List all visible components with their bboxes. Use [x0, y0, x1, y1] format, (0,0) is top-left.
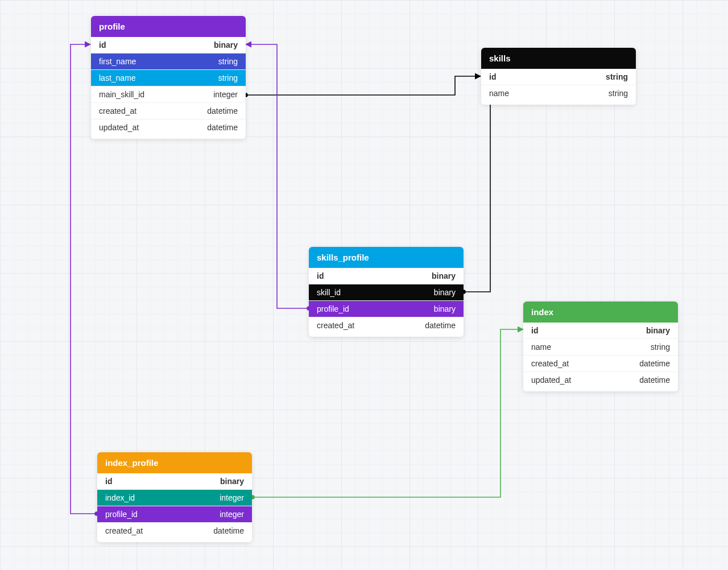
col-name: skill_id [317, 288, 341, 297]
row-index-profile-index-id[interactable]: index_id integer [97, 490, 252, 506]
col-name: updated_at [531, 375, 571, 385]
col-type: datetime [639, 375, 670, 385]
edge-skills-profile-profile-to-profile [246, 44, 309, 308]
col-type: binary [646, 326, 670, 335]
col-type: string [609, 89, 628, 98]
row-skills-name[interactable]: name string [481, 85, 636, 105]
col-type: binary [434, 304, 456, 313]
row-profile-updated-at[interactable]: updated_at datetime [91, 119, 246, 139]
col-type: string [651, 342, 670, 352]
edge-skills-profile-skill-to-skills [464, 102, 557, 292]
col-type: datetime [207, 123, 238, 132]
col-name: created_at [531, 359, 569, 368]
row-index-name[interactable]: name string [523, 339, 678, 356]
row-profile-main-skill-id[interactable]: main_skill_id integer [91, 86, 246, 103]
col-name: updated_at [99, 123, 139, 132]
row-index-profile-profile-id[interactable]: profile_id integer [97, 506, 252, 523]
table-index[interactable]: index id binary name string created_at d… [523, 301, 678, 391]
table-title: index [531, 307, 553, 317]
edge-profile-main-skill-to-skills [246, 76, 481, 95]
table-index-profile[interactable]: index_profile id binary index_id integer… [97, 452, 252, 542]
col-name: profile_id [105, 510, 138, 519]
col-name: id [317, 271, 324, 280]
col-type: string [218, 57, 238, 66]
col-type: binary [214, 40, 238, 49]
col-name: created_at [317, 321, 354, 330]
col-name: first_name [99, 57, 136, 66]
row-index-updated-at[interactable]: updated_at datetime [523, 372, 678, 391]
table-title: skills [489, 53, 511, 63]
col-name: id [105, 477, 112, 486]
table-title: skills_profile [317, 253, 369, 262]
table-profile[interactable]: profile id binary first_name string last… [91, 16, 246, 139]
table-title: index_profile [105, 458, 158, 468]
row-profile-last-name[interactable]: last_name string [91, 70, 246, 86]
col-name: name [531, 342, 551, 352]
col-type: datetime [207, 106, 238, 115]
col-type: string [218, 73, 238, 82]
row-skills-profile-created-at[interactable]: created_at datetime [309, 317, 464, 337]
row-skills-profile-skill-id[interactable]: skill_id binary [309, 284, 464, 301]
col-name: id [531, 326, 538, 335]
table-title: profile [99, 22, 125, 31]
table-header-skills[interactable]: skills [481, 48, 636, 69]
row-profile-first-name[interactable]: first_name string [91, 53, 246, 70]
col-name: created_at [99, 106, 136, 115]
col-name: last_name [99, 73, 136, 82]
table-header-profile[interactable]: profile [91, 16, 246, 37]
col-type: binary [220, 477, 244, 486]
col-type: integer [220, 493, 244, 502]
col-type: datetime [425, 321, 456, 330]
col-type: integer [213, 90, 238, 99]
table-header-index[interactable]: index [523, 301, 678, 323]
row-skills-id[interactable]: id string [481, 69, 636, 85]
table-header-index-profile[interactable]: index_profile [97, 452, 252, 473]
col-name: profile_id [317, 304, 349, 313]
col-type: datetime [213, 526, 244, 535]
col-name: id [489, 72, 496, 81]
col-name: main_skill_id [99, 90, 144, 99]
row-index-created-at[interactable]: created_at datetime [523, 356, 678, 372]
row-index-id[interactable]: id binary [523, 323, 678, 339]
edge-index-profile-index-to-index [253, 329, 523, 497]
row-index-profile-id[interactable]: id binary [97, 473, 252, 490]
col-name: created_at [105, 526, 143, 535]
col-name: index_id [105, 493, 135, 502]
row-skills-profile-id[interactable]: id binary [309, 268, 464, 284]
row-profile-id[interactable]: id binary [91, 37, 246, 53]
row-index-profile-created-at[interactable]: created_at datetime [97, 523, 252, 542]
col-type: integer [220, 510, 244, 519]
col-type: binary [434, 288, 456, 297]
table-skills[interactable]: skills id string name string [481, 48, 636, 105]
row-skills-profile-profile-id[interactable]: profile_id binary [309, 301, 464, 317]
table-skills-profile[interactable]: skills_profile id binary skill_id binary… [309, 247, 464, 337]
col-type: string [606, 72, 628, 81]
col-type: binary [432, 271, 456, 280]
col-name: name [489, 89, 509, 98]
col-type: datetime [639, 359, 670, 368]
col-name: id [99, 40, 106, 49]
table-header-skills-profile[interactable]: skills_profile [309, 247, 464, 268]
row-profile-created-at[interactable]: created_at datetime [91, 103, 246, 119]
